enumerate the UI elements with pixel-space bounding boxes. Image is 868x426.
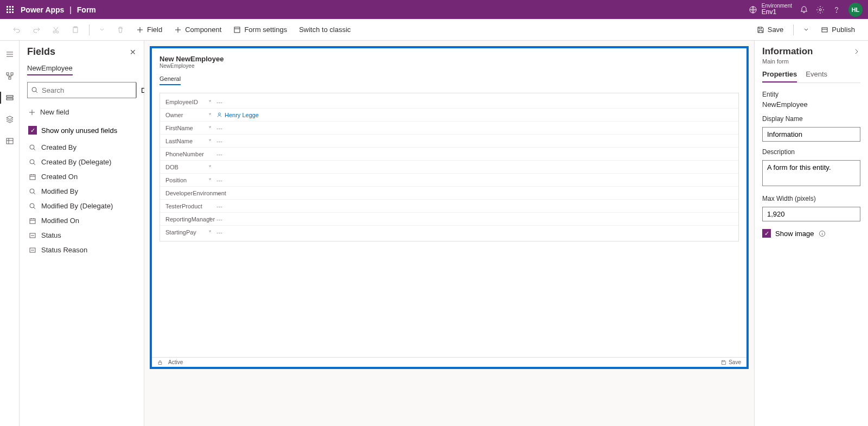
show-unused-checkbox-row[interactable]: ✓ Show only unused fields: [27, 124, 136, 140]
left-rail: [0, 41, 20, 426]
checkbox-checked-icon[interactable]: ✓: [28, 126, 37, 135]
maxwidth-input[interactable]: [762, 207, 860, 221]
info-icon[interactable]: [819, 230, 826, 237]
required-indicator: *: [209, 229, 216, 236]
required-indicator: *: [209, 99, 216, 105]
form-row[interactable]: StartingPay*---: [160, 226, 738, 239]
switch-classic-button[interactable]: Switch to classic: [295, 23, 355, 36]
publish-button[interactable]: Publish: [816, 23, 859, 36]
owner-value[interactable]: Henry Legge: [216, 112, 733, 118]
form-row[interactable]: TesterProduct---: [160, 200, 738, 213]
required-indicator: *: [209, 216, 216, 222]
form-row[interactable]: FirstName*---: [160, 122, 738, 135]
form-row-value: ---: [216, 216, 733, 222]
environment-label: Environment: [762, 3, 792, 9]
paste-button[interactable]: [67, 24, 84, 36]
field-item[interactable]: Status: [27, 228, 136, 243]
help-icon[interactable]: [832, 5, 841, 14]
field-item[interactable]: Created By (Delegate): [27, 155, 136, 169]
field-item[interactable]: Created By: [27, 140, 136, 155]
required-indicator: *: [209, 125, 216, 131]
save-button[interactable]: Save: [752, 23, 788, 36]
undo-button[interactable]: [9, 24, 25, 36]
form-footer-right[interactable]: Save: [721, 359, 741, 365]
switch-classic-label: Switch to classic: [299, 26, 350, 34]
environment-picker[interactable]: Environment Env1: [749, 3, 792, 16]
required-indicator: *: [209, 112, 216, 118]
field-item[interactable]: Modified By (Delegate): [27, 199, 136, 213]
field-item[interactable]: Created On: [27, 169, 136, 184]
field-item[interactable]: Modified On: [27, 213, 136, 228]
field-item-label: Modified By (Delegate): [41, 202, 113, 210]
close-icon[interactable]: ✕: [130, 48, 136, 56]
form-row-label: StartingPay: [165, 229, 209, 236]
form-frame[interactable]: New NewEmployee NewEmployee General Empl…: [150, 46, 749, 369]
form-row[interactable]: EmployeeID*---: [160, 96, 738, 109]
form-row-label: LastName: [165, 138, 209, 144]
main-area: Fields ✕ NewEmployee Default New field ✓…: [0, 41, 868, 426]
delete-button[interactable]: [112, 24, 129, 36]
fields-entity-tab[interactable]: NewEmployee: [27, 64, 73, 75]
svg-point-20: [30, 204, 34, 208]
description-input[interactable]: [762, 160, 860, 186]
user-avatar[interactable]: HL: [848, 3, 863, 17]
cmdbar-left: Field Component Form settings Switch to …: [9, 23, 355, 36]
display-name-input[interactable]: [762, 127, 860, 142]
field-item-label: Modified By: [41, 187, 78, 195]
rail-fields[interactable]: [0, 88, 20, 107]
chevron-right-icon[interactable]: [853, 48, 860, 55]
show-image-row[interactable]: ✓ Show image: [762, 229, 860, 238]
add-component-button[interactable]: Component: [170, 23, 226, 36]
cmd-divider: [89, 24, 90, 35]
owner-name: Henry Legge: [225, 112, 259, 118]
svg-rect-12: [7, 96, 13, 97]
header-left: Power Apps | Form: [5, 5, 96, 14]
add-field-button[interactable]: Field: [132, 23, 167, 36]
checkbox-checked-icon[interactable]: ✓: [762, 229, 771, 238]
rail-components[interactable]: [0, 110, 20, 129]
form-row[interactable]: PhoneNumber---: [160, 148, 738, 161]
form-row[interactable]: DeveloperEnvironment---: [160, 187, 738, 200]
cut-button[interactable]: [48, 24, 64, 36]
search-input[interactable]: [42, 86, 133, 94]
field-item[interactable]: Status Reason: [27, 243, 136, 257]
tab-events[interactable]: Events: [806, 70, 827, 82]
rail-tree[interactable]: [0, 67, 20, 85]
fields-search-row: Default: [27, 82, 136, 98]
description-label: Description: [762, 148, 860, 156]
form-row-label: DOB: [165, 164, 209, 170]
rail-data[interactable]: [0, 132, 20, 150]
tab-properties[interactable]: Properties: [762, 70, 797, 82]
form-row-value: ---: [216, 151, 733, 157]
rail-hamburger[interactable]: [0, 45, 20, 63]
settings-icon[interactable]: [816, 5, 825, 14]
form-row[interactable]: Owner* Henry Legge: [160, 109, 738, 122]
form-row-label: EmployeeID: [165, 99, 209, 105]
form-settings-button[interactable]: Form settings: [229, 23, 291, 36]
redo-button[interactable]: [28, 24, 44, 36]
props-header: Information: [762, 46, 860, 57]
form-footer-status: Active: [168, 359, 183, 365]
form-row[interactable]: LastName*---: [160, 135, 738, 148]
props-title: Information: [762, 46, 813, 57]
form-row[interactable]: ReportingManager*---: [160, 213, 738, 226]
show-image-label: Show image: [775, 230, 814, 238]
form-tab-general[interactable]: General: [159, 75, 181, 85]
form-canvas[interactable]: New NewEmployee NewEmployee General Empl…: [144, 41, 754, 426]
form-row-value: ---: [216, 138, 733, 144]
form-title: New NewEmployee: [159, 55, 739, 63]
form-row[interactable]: DOB*: [160, 161, 738, 174]
form-row[interactable]: Position*---: [160, 174, 738, 187]
save-dropdown[interactable]: [799, 25, 813, 35]
field-item[interactable]: Modified By: [27, 184, 136, 199]
notifications-icon[interactable]: [800, 5, 808, 14]
new-field-button[interactable]: New field: [27, 105, 136, 119]
waffle-icon[interactable]: [5, 5, 14, 14]
search-input-wrapper[interactable]: [28, 82, 136, 98]
add-field-label: Field: [147, 26, 162, 34]
form-settings-label: Form settings: [244, 26, 287, 34]
fields-panel-header: Fields ✕: [27, 46, 136, 58]
lookup-icon: [28, 188, 37, 195]
svg-point-4: [56, 31, 59, 33]
paste-dropdown[interactable]: [95, 25, 109, 35]
